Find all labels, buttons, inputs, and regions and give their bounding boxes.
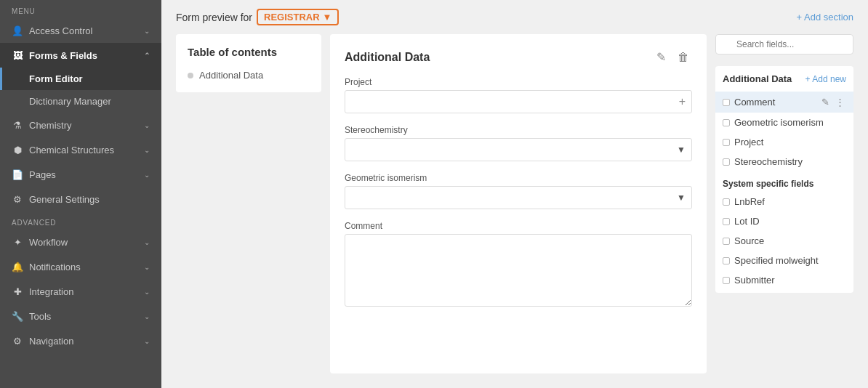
right-field-lnbref[interactable]: LnbRef <box>715 192 853 211</box>
hexagon-icon: ⬢ <box>12 144 23 155</box>
form-panel-header: Additional Data ✎ 🗑 <box>345 49 692 65</box>
file-icon: 📄 <box>12 169 23 180</box>
toc-panel: Table of contents Additional Data <box>176 34 321 92</box>
sidebar-subitem-form-editor[interactable]: Form Editor <box>0 68 161 90</box>
right-field-source[interactable]: Source <box>715 231 853 251</box>
edit-button[interactable]: ✎ <box>654 49 669 65</box>
chevron-down-icon: ⌄ <box>144 146 150 154</box>
field-checkbox <box>723 139 730 146</box>
add-section-button[interactable]: + Add section <box>797 12 853 23</box>
chevron-down-icon: ⌄ <box>144 27 150 35</box>
geometric-isomerism-field: Geometric isomerism ▼ <box>345 173 692 209</box>
bell-icon: 🔔 <box>12 261 23 272</box>
flow-icon: ✦ <box>12 236 23 248</box>
right-panel-fields: Additional Data + Add new Comment ✎ ⋮ Ge… <box>715 66 853 293</box>
field-checkbox <box>723 158 730 166</box>
sidebar-item-chemistry[interactable]: ⚗ Chemistry ⌄ <box>0 113 161 137</box>
chevron-down-icon: ⌄ <box>144 263 150 271</box>
advanced-section-label: ADVANCED <box>0 211 161 230</box>
sidebar-item-chemical-structures[interactable]: ⬢ Chemical Structures ⌄ <box>0 137 161 162</box>
dropdown-arrow-icon: ▼ <box>677 145 686 155</box>
flask-icon: ⚗ <box>12 119 23 131</box>
stereochemistry-select[interactable]: ▼ <box>345 138 692 161</box>
right-field-submitter[interactable]: Submitter <box>715 270 853 290</box>
menu-section-label: MENU <box>0 0 161 18</box>
gear-icon: ⚙ <box>12 193 23 205</box>
right-field-specified-molweight[interactable]: Specified molweight <box>715 251 853 270</box>
delete-button[interactable]: 🗑 <box>675 49 692 65</box>
sidebar-item-forms-fields[interactable]: 🖼 Forms & Fields ⌃ <box>0 43 161 68</box>
sidebar-item-general-settings[interactable]: ⚙ General Settings <box>0 187 161 211</box>
comment-textarea[interactable] <box>345 234 692 307</box>
comment-label: Comment <box>345 221 692 231</box>
field-checkbox <box>723 119 730 126</box>
wrench-icon: 🔧 <box>12 310 23 322</box>
stereochemistry-label: Stereochemistry <box>345 125 692 135</box>
registrar-badge[interactable]: REGISTRAR ▼ <box>257 9 339 25</box>
toc-item[interactable]: Additional Data <box>188 70 310 81</box>
main-content: Form preview for REGISTRAR ▼ + Add secti… <box>161 0 868 388</box>
header-left: Form preview for REGISTRAR ▼ <box>176 9 339 25</box>
chevron-down-icon: ⌄ <box>144 337 150 345</box>
field-checkbox <box>723 218 730 225</box>
main-header: Form preview for REGISTRAR ▼ + Add secti… <box>161 0 868 34</box>
monitor-icon: 🖼 <box>12 49 23 61</box>
form-panel: Additional Data ✎ 🗑 Project + Stereochem… <box>330 34 707 373</box>
sidebar-subitem-dictionary-manager[interactable]: Dictionary Manager <box>0 90 161 113</box>
right-field-lot-id[interactable]: Lot ID <box>715 211 853 231</box>
sidebar-item-integration[interactable]: ✚ Integration ⌄ <box>0 279 161 304</box>
sidebar-item-navigation[interactable]: ⚙ Navigation ⌄ <box>0 328 161 353</box>
search-wrapper: 🔍 <box>715 34 853 60</box>
geometric-isomerism-select[interactable]: ▼ <box>345 186 692 209</box>
sidebar-item-notifications[interactable]: 🔔 Notifications ⌄ <box>0 254 161 279</box>
person-icon: 👤 <box>12 25 23 36</box>
form-panel-actions: ✎ 🗑 <box>654 49 692 65</box>
dropdown-arrow-icon: ▼ <box>323 12 332 23</box>
form-panel-title: Additional Data <box>345 51 430 64</box>
right-field-comment[interactable]: Comment ✎ ⋮ <box>715 92 853 113</box>
comment-field: Comment <box>345 221 692 309</box>
sidebar-item-workflow[interactable]: ✦ Workflow ⌄ <box>0 230 161 254</box>
toc-title: Table of contents <box>188 46 310 58</box>
chevron-up-icon: ⌃ <box>144 52 150 60</box>
right-panel-header: Additional Data + Add new <box>715 69 853 86</box>
sidebar: MENU 👤 Access Control ⌄ 🖼 Forms & Fields… <box>0 0 161 388</box>
compass-icon: ⚙ <box>12 335 23 347</box>
project-label: Project <box>345 77 692 87</box>
field-checkbox <box>723 277 730 284</box>
add-new-button[interactable]: + Add new <box>805 74 846 84</box>
stereochemistry-field: Stereochemistry ▼ <box>345 125 692 161</box>
field-checkbox <box>723 257 730 264</box>
field-checkbox <box>723 99 730 106</box>
sidebar-item-pages[interactable]: 📄 Pages ⌄ <box>0 162 161 187</box>
chevron-down-icon: ⌄ <box>144 238 150 246</box>
right-field-stereochemistry[interactable]: Stereochemistry <box>715 152 853 171</box>
more-options-button[interactable]: ⋮ <box>834 96 846 108</box>
chevron-down-icon: ⌄ <box>144 312 150 320</box>
right-field-project[interactable]: Project <box>715 132 853 152</box>
right-panel: 🔍 Additional Data + Add new Comment ✎ ⋮ <box>715 34 853 373</box>
geometric-isomerism-label: Geometric isomerism <box>345 173 692 183</box>
edit-field-button[interactable]: ✎ <box>820 96 831 108</box>
dropdown-arrow-icon: ▼ <box>677 193 686 203</box>
chevron-down-icon: ⌄ <box>144 121 150 129</box>
form-preview-label: Form preview for <box>176 12 252 23</box>
plus-icon: + <box>679 95 686 108</box>
chevron-down-icon: ⌄ <box>144 288 150 296</box>
system-fields-title: System specific fields <box>715 171 853 192</box>
project-input[interactable]: + <box>345 90 692 113</box>
project-field: Project + <box>345 77 692 113</box>
field-actions: ✎ ⋮ <box>820 96 846 108</box>
toc-dot <box>188 73 193 78</box>
form-area: Table of contents Additional Data Additi… <box>161 34 868 388</box>
sidebar-item-tools[interactable]: 🔧 Tools ⌄ <box>0 304 161 328</box>
additional-data-title: Additional Data <box>723 73 792 84</box>
field-checkbox <box>723 238 730 245</box>
field-checkbox <box>723 198 730 206</box>
puzzle-icon: ✚ <box>12 286 23 297</box>
search-input[interactable] <box>715 34 853 54</box>
right-field-geometric[interactable]: Geometric isomerism <box>715 113 853 132</box>
chevron-down-icon: ⌄ <box>144 171 150 179</box>
sidebar-item-access-control[interactable]: 👤 Access Control ⌄ <box>0 18 161 43</box>
